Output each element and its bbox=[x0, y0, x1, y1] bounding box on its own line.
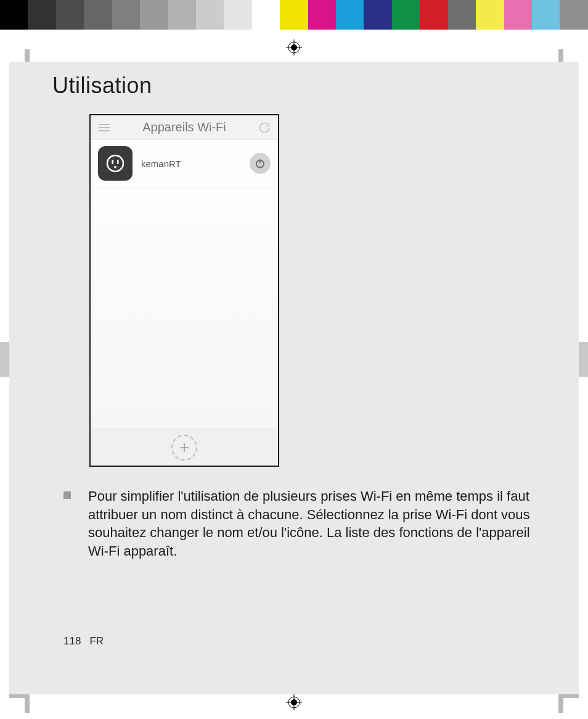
color-swatch bbox=[560, 0, 587, 30]
device-name-label: kemanRT bbox=[141, 158, 250, 169]
color-swatch bbox=[28, 0, 55, 30]
registration-mark-icon bbox=[286, 39, 302, 55]
color-swatch bbox=[140, 0, 168, 30]
device-list: kemanRT bbox=[91, 140, 278, 429]
svg-rect-18 bbox=[117, 160, 119, 164]
color-swatch bbox=[280, 0, 308, 30]
svg-point-19 bbox=[114, 166, 116, 168]
instruction-paragraph: Pour simplifier l'utilisation de plusieu… bbox=[63, 487, 544, 561]
page-title: Utilisation bbox=[52, 73, 579, 99]
color-swatch bbox=[84, 0, 112, 30]
registration-mark-icon bbox=[286, 694, 302, 710]
color-swatch bbox=[532, 0, 560, 30]
section-header: Utilisation bbox=[9, 62, 579, 107]
outlet-icon bbox=[98, 146, 133, 181]
page-body: Utilisation Appareils Wi-Fi bbox=[9, 62, 579, 694]
page-number: 118 bbox=[63, 635, 81, 647]
color-swatch bbox=[0, 0, 28, 30]
device-row[interactable]: kemanRT bbox=[91, 140, 278, 187]
side-tab bbox=[579, 342, 588, 377]
square-bullet-icon bbox=[63, 491, 71, 499]
color-swatch bbox=[308, 0, 336, 30]
app-footer bbox=[91, 429, 278, 466]
hamburger-menu-icon[interactable] bbox=[97, 120, 112, 135]
svg-rect-17 bbox=[112, 160, 114, 164]
color-swatch bbox=[448, 0, 476, 30]
phone-screenshot: Appareils Wi-Fi kemanRT bbox=[89, 114, 279, 467]
color-calibration-bar bbox=[0, 0, 588, 30]
color-swatch bbox=[504, 0, 532, 30]
color-swatch bbox=[336, 0, 364, 30]
power-button[interactable] bbox=[250, 153, 271, 174]
color-swatch bbox=[476, 0, 504, 30]
color-swatch bbox=[56, 0, 84, 30]
add-device-button[interactable] bbox=[171, 435, 197, 461]
color-swatch bbox=[224, 0, 251, 30]
color-swatch bbox=[112, 0, 140, 30]
side-tab bbox=[0, 342, 9, 377]
app-header: Appareils Wi-Fi bbox=[91, 115, 278, 140]
color-swatch bbox=[392, 0, 420, 30]
svg-point-16 bbox=[107, 155, 123, 171]
color-swatch bbox=[252, 0, 280, 30]
refresh-icon[interactable] bbox=[257, 120, 272, 135]
color-swatch bbox=[196, 0, 224, 30]
instruction-text: Pour simplifier l'utilisation de plusieu… bbox=[88, 487, 544, 561]
app-header-title: Appareils Wi-Fi bbox=[112, 120, 257, 134]
page-language: FR bbox=[89, 635, 104, 647]
color-swatch bbox=[420, 0, 447, 30]
page-footer: 118FR bbox=[63, 635, 104, 647]
color-swatch bbox=[364, 0, 391, 30]
color-swatch bbox=[168, 0, 196, 30]
